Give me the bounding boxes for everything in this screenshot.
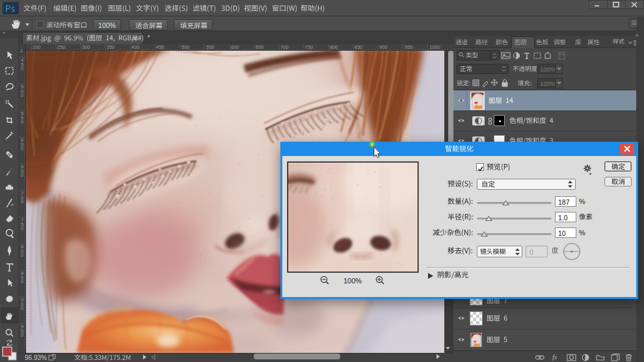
svg-text:fx: fx — [552, 354, 557, 361]
